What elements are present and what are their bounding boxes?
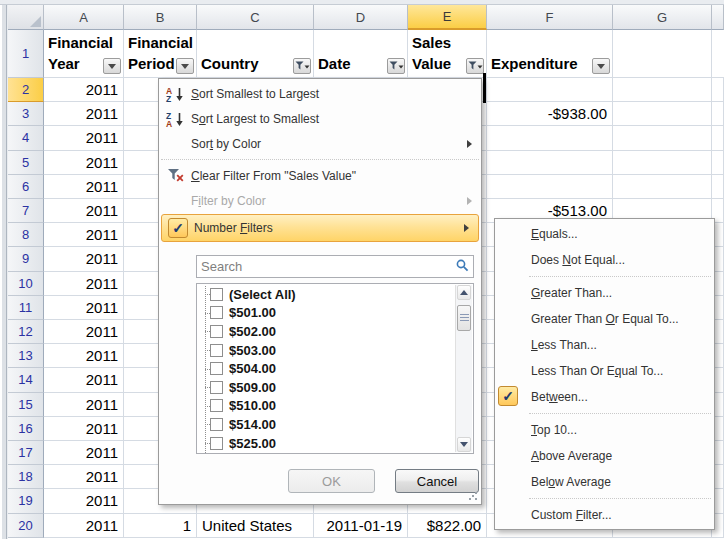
filter-dropdown-button-f[interactable] bbox=[592, 58, 610, 74]
submenu-item-between[interactable]: ✓Between... bbox=[495, 384, 714, 410]
filter-applied-button-e[interactable] bbox=[466, 58, 484, 74]
filter-value-item-525-00[interactable]: $525.00 bbox=[197, 434, 455, 453]
row-header-5[interactable]: 5 bbox=[8, 151, 44, 175]
submenu-item-less-than-or-equal-to[interactable]: Less Than Or Equal To... bbox=[495, 358, 714, 384]
search-box[interactable] bbox=[196, 255, 474, 278]
cell-g5[interactable] bbox=[613, 151, 712, 175]
menu-item-number-filters[interactable]: ✓Number Filters bbox=[161, 214, 479, 242]
submenu-item-top-10[interactable]: Top 10... bbox=[495, 417, 714, 443]
submenu-item-above-average[interactable]: Above Average bbox=[495, 443, 714, 469]
column-header-e[interactable]: E bbox=[408, 5, 487, 30]
cell-g2[interactable] bbox=[613, 78, 712, 102]
column-header-partial[interactable] bbox=[712, 5, 724, 30]
checkbox-unchecked[interactable] bbox=[210, 325, 223, 338]
cell-partial[interactable] bbox=[712, 151, 724, 175]
row-header-1[interactable]: 1 bbox=[8, 30, 44, 78]
cell-a2[interactable]: 2011 bbox=[44, 78, 124, 102]
submenu-item-less-than[interactable]: Less Than... bbox=[495, 332, 714, 358]
filter-dropdown-button-a[interactable] bbox=[103, 58, 121, 74]
row-header-7[interactable]: 7 bbox=[8, 199, 44, 223]
cell-e20[interactable]: $822.00 bbox=[408, 514, 487, 538]
cell-f3[interactable]: -$938.00 bbox=[487, 102, 613, 126]
cell-a12[interactable]: 2011 bbox=[44, 320, 124, 344]
row-header-20[interactable]: 20 bbox=[8, 514, 44, 538]
cell-a6[interactable]: 2011 bbox=[44, 175, 124, 199]
checkbox-unchecked[interactable] bbox=[210, 437, 223, 450]
cell-a15[interactable]: 2011 bbox=[44, 393, 124, 417]
submenu-item-greater-than[interactable]: Greater Than... bbox=[495, 280, 714, 306]
cell-a7[interactable]: 2011 bbox=[44, 199, 124, 223]
column-header-d[interactable]: D bbox=[314, 5, 408, 30]
filter-value-item-select-all[interactable]: (Select All) bbox=[197, 285, 455, 304]
search-icon[interactable] bbox=[456, 258, 469, 276]
checkbox-unchecked[interactable] bbox=[210, 418, 223, 431]
cancel-button[interactable]: Cancel bbox=[395, 469, 479, 493]
cell-g3[interactable] bbox=[613, 102, 712, 126]
menu-item-sort-smallest-to-largest[interactable]: AZSort Smallest to Largest bbox=[159, 81, 481, 106]
cell-a14[interactable]: 2011 bbox=[44, 368, 124, 392]
cell-a19[interactable]: 2011 bbox=[44, 489, 124, 513]
checkbox-unchecked[interactable] bbox=[210, 306, 223, 319]
row-header-12[interactable]: 12 bbox=[8, 320, 44, 344]
cell-g6[interactable] bbox=[613, 175, 712, 199]
column-header-a[interactable]: A bbox=[44, 5, 124, 30]
cell-a3[interactable]: 2011 bbox=[44, 102, 124, 126]
cell-b20[interactable]: 1 bbox=[124, 514, 197, 538]
row-header-10[interactable]: 10 bbox=[8, 272, 44, 296]
filter-applied-button-d[interactable] bbox=[387, 58, 405, 74]
row-header-2[interactable]: 2 bbox=[8, 78, 44, 102]
menu-item-sort-largest-to-smallest[interactable]: ZASort Largest to Smallest bbox=[159, 106, 481, 131]
filter-value-item-501-00[interactable]: $501.00 bbox=[197, 304, 455, 323]
resize-grip[interactable] bbox=[468, 491, 478, 501]
scroll-up-icon[interactable] bbox=[457, 285, 471, 300]
cell-a4[interactable]: 2011 bbox=[44, 126, 124, 150]
row-header-3[interactable]: 3 bbox=[8, 102, 44, 126]
row-header-6[interactable]: 6 bbox=[8, 175, 44, 199]
select-all-corner[interactable] bbox=[8, 5, 44, 30]
scroll-down-icon[interactable] bbox=[457, 437, 471, 452]
checkbox-unchecked[interactable] bbox=[210, 344, 223, 357]
cell-d20[interactable]: 2011-01-19 bbox=[314, 514, 408, 538]
submenu-item-equals[interactable]: Equals... bbox=[495, 221, 714, 247]
cell-g4[interactable] bbox=[613, 126, 712, 150]
submenu-item-greater-than-or-equal-to[interactable]: Greater Than Or Equal To... bbox=[495, 306, 714, 332]
column-header-b[interactable]: B bbox=[124, 5, 197, 30]
row-header-9[interactable]: 9 bbox=[8, 247, 44, 271]
checkbox-unchecked[interactable] bbox=[210, 381, 223, 394]
cell-a8[interactable]: 2011 bbox=[44, 223, 124, 247]
cell-partial[interactable] bbox=[712, 126, 724, 150]
header-cell-empty[interactable] bbox=[712, 30, 724, 78]
scroll-thumb[interactable] bbox=[457, 305, 471, 331]
cell-partial[interactable] bbox=[712, 175, 724, 199]
filter-value-item-509-00[interactable]: $509.00 bbox=[197, 378, 455, 397]
submenu-item-below-average[interactable]: Below Average bbox=[495, 469, 714, 495]
cell-c20[interactable]: United States bbox=[197, 514, 314, 538]
menu-item-sort-by-color[interactable]: Sort by Color bbox=[159, 131, 481, 156]
row-header-14[interactable]: 14 bbox=[8, 368, 44, 392]
cell-a9[interactable]: 2011 bbox=[44, 247, 124, 271]
filter-value-item-502-00[interactable]: $502.00 bbox=[197, 322, 455, 341]
filter-applied-button-c[interactable] bbox=[293, 58, 311, 74]
cell-f6[interactable] bbox=[487, 175, 613, 199]
row-header-4[interactable]: 4 bbox=[8, 126, 44, 150]
filter-value-item-503-00[interactable]: $503.00 bbox=[197, 341, 455, 360]
submenu-item-custom-filter[interactable]: Custom Filter... bbox=[495, 502, 714, 528]
cell-a17[interactable]: 2011 bbox=[44, 441, 124, 465]
cell-partial[interactable] bbox=[712, 78, 724, 102]
column-header-f[interactable]: F bbox=[487, 5, 613, 30]
row-header-19[interactable]: 19 bbox=[8, 489, 44, 513]
checkbox-unchecked[interactable] bbox=[210, 288, 223, 301]
column-header-g[interactable]: G bbox=[613, 5, 712, 30]
checkbox-unchecked[interactable] bbox=[210, 399, 223, 412]
cell-f2[interactable] bbox=[487, 78, 613, 102]
cell-a20[interactable]: 2011 bbox=[44, 514, 124, 538]
column-header-c[interactable]: C bbox=[197, 5, 314, 30]
cell-partial[interactable] bbox=[712, 102, 724, 126]
row-header-17[interactable]: 17 bbox=[8, 441, 44, 465]
row-header-16[interactable]: 16 bbox=[8, 417, 44, 441]
cell-a10[interactable]: 2011 bbox=[44, 272, 124, 296]
checkbox-unchecked[interactable] bbox=[210, 362, 223, 375]
filter-dropdown-button-b[interactable] bbox=[176, 58, 194, 74]
row-header-8[interactable]: 8 bbox=[8, 223, 44, 247]
ok-button[interactable]: OK bbox=[288, 469, 375, 493]
